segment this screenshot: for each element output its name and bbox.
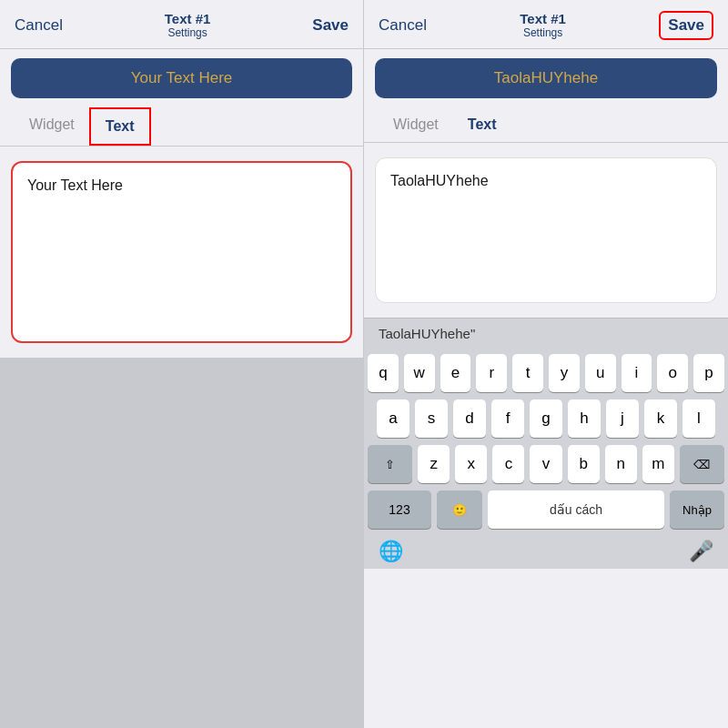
left-tabs: Widget Text <box>0 107 363 147</box>
left-nav-subtitle: Settings <box>167 26 207 39</box>
microphone-icon[interactable]: 🎤 <box>689 540 713 563</box>
key-e[interactable]: e <box>440 354 471 392</box>
key-r[interactable]: r <box>476 354 507 392</box>
left-preview-text: Your Text Here <box>131 69 233 87</box>
key-k[interactable]: k <box>644 399 677 438</box>
key-o[interactable]: o <box>657 354 688 392</box>
key-v[interactable]: v <box>530 445 561 483</box>
key-p[interactable]: p <box>693 354 724 392</box>
right-nav-title: Text #1 <box>520 11 566 26</box>
left-text-edit-area[interactable]: Your Text Here <box>11 161 352 343</box>
keyboard-extras: 🌐 🎤 <box>364 534 728 569</box>
key-z[interactable]: z <box>418 445 450 483</box>
left-nav-bar: Cancel Text #1 Settings Save <box>0 0 363 49</box>
key-l[interactable]: l <box>682 399 715 438</box>
right-nav-bar: Cancel Text #1 Settings Save <box>364 0 728 49</box>
keyboard-row-2: a s d f g h j k l <box>368 399 724 438</box>
key-a[interactable]: a <box>377 399 410 438</box>
right-preview-text: TaolaHUYhehe <box>494 69 598 87</box>
right-nav-center: Text #1 Settings <box>520 11 566 39</box>
right-panel: Cancel Text #1 Settings Save TaolaHUYheh… <box>364 0 728 728</box>
right-preview-banner: TaolaHUYhehe <box>375 58 717 98</box>
right-tabs: Widget Text <box>364 107 728 143</box>
keyboard-row-1: q w e r t y u i o p <box>368 354 724 392</box>
key-c[interactable]: c <box>492 445 524 483</box>
left-panel: Cancel Text #1 Settings Save Your Text H… <box>0 0 364 728</box>
key-q[interactable]: q <box>368 354 399 392</box>
left-gray-area <box>0 358 363 728</box>
globe-icon[interactable]: 🌐 <box>379 540 403 563</box>
key-shift[interactable]: ⇧ <box>368 445 412 483</box>
key-delete[interactable]: ⌫ <box>680 445 724 483</box>
right-nav-subtitle: Settings <box>523 26 562 39</box>
left-nav-title: Text #1 <box>165 11 211 26</box>
key-j[interactable]: j <box>606 399 639 438</box>
left-tab-text[interactable]: Text <box>89 107 151 146</box>
right-tab-text[interactable]: Text <box>453 107 511 142</box>
key-space[interactable]: dấu cách <box>488 490 664 529</box>
autocorrect-suggestion: TaolaHUYhehe" <box>379 326 475 341</box>
key-i[interactable]: i <box>622 354 652 392</box>
right-text-content: TaolaHUYhehe <box>390 173 489 188</box>
left-nav-center: Text #1 Settings <box>165 11 211 39</box>
key-t[interactable]: t <box>512 354 543 392</box>
right-text-input-area[interactable]: TaolaHUYhehe <box>375 157 717 303</box>
key-n[interactable]: n <box>605 445 637 483</box>
key-x[interactable]: x <box>455 445 487 483</box>
left-preview-banner: Your Text Here <box>11 58 352 98</box>
key-g[interactable]: g <box>530 399 562 438</box>
key-emoji[interactable]: 🙂 <box>437 490 482 529</box>
key-u[interactable]: u <box>585 354 616 392</box>
right-save-button[interactable]: Save <box>659 11 713 40</box>
left-save-button[interactable]: Save <box>312 16 349 35</box>
key-s[interactable]: s <box>415 399 448 438</box>
key-h[interactable]: h <box>568 399 601 438</box>
key-w[interactable]: w <box>404 354 435 392</box>
key-enter[interactable]: Nhập <box>670 490 724 529</box>
key-b[interactable]: b <box>568 445 600 483</box>
left-tab-widget[interactable]: Widget <box>15 107 89 146</box>
key-m[interactable]: m <box>642 445 674 483</box>
keyboard-row-3: ⇧ z x c v b n m ⌫ <box>368 445 724 483</box>
left-text-content: Your Text Here <box>27 177 123 193</box>
keyboard: q w e r t y u i o p a s d f g h j k <box>364 349 728 534</box>
key-f[interactable]: f <box>491 399 524 438</box>
right-tab-widget[interactable]: Widget <box>379 107 453 142</box>
autocorrect-bar: TaolaHUYhehe" <box>364 318 728 349</box>
right-cancel-button[interactable]: Cancel <box>379 16 427 35</box>
key-d[interactable]: d <box>453 399 486 438</box>
keyboard-row-4: 123 🙂 dấu cách Nhập <box>368 490 724 529</box>
left-cancel-button[interactable]: Cancel <box>15 16 63 35</box>
key-y[interactable]: y <box>549 354 580 392</box>
key-123[interactable]: 123 <box>368 490 431 529</box>
